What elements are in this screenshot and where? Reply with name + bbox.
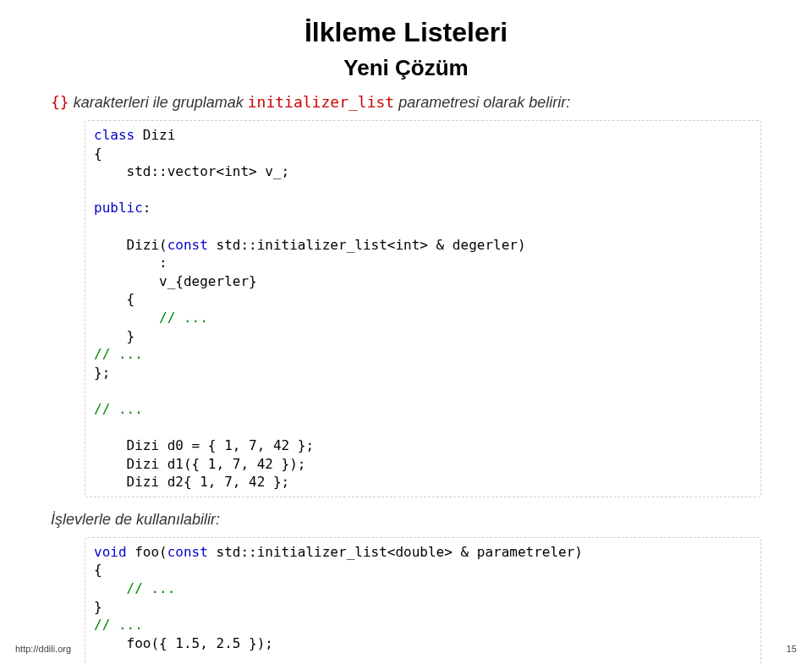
kw-void: void	[94, 544, 127, 560]
intro-paragraph: {} karakterleri ile gruplamak initialize…	[51, 93, 761, 112]
code-block-1: class Dizi { std::vector<int> v_; public…	[85, 120, 761, 497]
code-text: v_{degerler}	[94, 273, 257, 289]
code-text: }	[94, 328, 134, 344]
code-text: :	[143, 200, 151, 216]
code-text: :	[94, 255, 167, 271]
page-title: İlkleme Listeleri	[51, 17, 761, 48]
code-text: Dizi d1({ 1, 7, 42 });	[94, 456, 305, 472]
code-text: Dizi d0 = { 1, 7, 42 };	[94, 437, 314, 453]
mid-paragraph: İşlevlerle de kullanılabilir:	[51, 511, 761, 529]
kw-public: public	[94, 200, 143, 216]
kw-class: class	[94, 127, 134, 143]
code-text: {	[94, 562, 102, 578]
code-text: foo(	[127, 544, 167, 560]
intro-text-1: karakterleri ile gruplamak	[69, 94, 248, 111]
kw-const: const	[167, 544, 208, 560]
code-text: {	[94, 291, 134, 307]
code-text: };	[94, 365, 110, 381]
code-text: std::initializer_list<double> & parametr…	[208, 544, 583, 560]
code-text: Dizi(	[94, 237, 167, 253]
page-footer: http://ddili.org 15	[15, 644, 797, 654]
footer-page-number: 15	[787, 644, 797, 654]
code-text: {	[94, 145, 102, 162]
code-text: std::vector<int> v_;	[94, 163, 289, 179]
code-text	[94, 580, 127, 596]
kw-const: const	[167, 237, 208, 253]
intro-text-2: parametresi olarak belirir:	[394, 94, 570, 111]
code-text	[94, 310, 159, 326]
comment: // ...	[127, 580, 176, 596]
code-text: Dizi	[134, 127, 175, 143]
code-text: }	[94, 599, 102, 615]
page-subtitle: Yeni Çözüm	[51, 55, 761, 81]
intro-mono-braces: {}	[51, 93, 69, 111]
comment: // ...	[159, 310, 208, 326]
footer-url: http://ddili.org	[15, 644, 71, 654]
intro-mono-initlist: initializer_list	[248, 93, 394, 111]
code-text: Dizi d2{ 1, 7, 42 };	[94, 474, 289, 490]
comment: // ...	[94, 346, 143, 362]
comment: // ...	[94, 617, 143, 633]
code-text: std::initializer_list<int> & degerler)	[208, 237, 526, 253]
comment: // ...	[94, 401, 143, 417]
